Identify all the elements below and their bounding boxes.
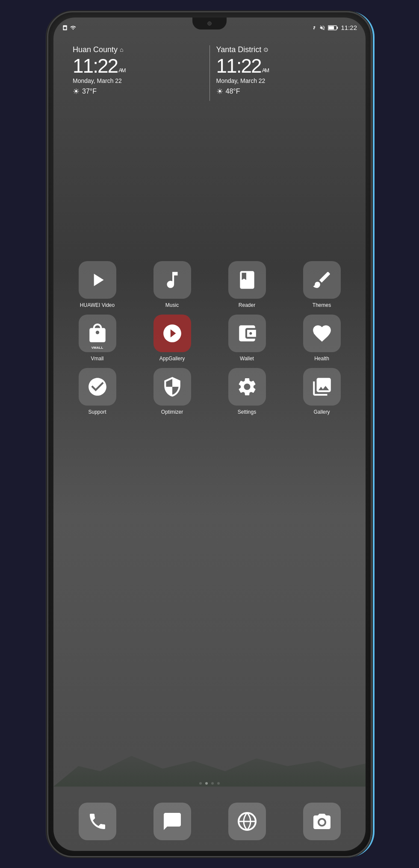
themes-icon [303,261,341,299]
wallet-label: Wallet [240,356,254,362]
dock-browser[interactable] [212,803,282,840]
weather-temp-left: ☀ 37°F [73,87,203,96]
mountain-bg [53,736,366,787]
weather-widget: Huan County ⌂ 11:22 AM Monday, March 22 … [66,41,353,101]
weather-date-left: Monday, March 22 [73,77,203,84]
app-appgallery[interactable]: AppGallery [137,315,207,362]
dock [62,803,357,840]
weather-right: Yanta District ⊙ 11:22 AM Monday, March … [210,41,353,100]
app-huawei-video[interactable]: HUAWEI Video [62,261,133,308]
support-label: Support [88,409,106,415]
vmall-icon: VMALL [79,315,116,352]
phone-screen: 11:22 Huan County ⌂ 11:22 AM Monday, Mar… [53,18,366,851]
battery-icon [328,25,338,30]
weather-time-left: 11:22 AM [73,56,203,76]
front-camera [207,21,212,26]
app-wallet[interactable]: Wallet [212,315,282,362]
camera-icon [303,803,341,840]
weather-ampm-left: AM [118,68,125,73]
home-icon: ⌂ [120,46,123,53]
reader-icon [228,261,266,299]
huawei-video-label: HUAWEI Video [80,302,115,308]
svg-rect-4 [329,26,334,29]
svg-rect-3 [337,26,338,29]
phone-icon [79,803,116,840]
sun-icon-right: ☀ [216,87,223,96]
dock-messages[interactable] [137,803,207,840]
appgallery-label: AppGallery [159,356,185,362]
sun-icon-left: ☀ [73,87,80,96]
weather-city-left: Huan County ⌂ [73,45,203,54]
reader-label: Reader [239,302,255,308]
app-settings[interactable]: Settings [212,368,282,415]
wallet-icon [228,315,266,352]
weather-city-right: Yanta District ⊙ [216,45,347,54]
volume-up-button[interactable] [47,149,48,175]
messages-icon [153,803,191,840]
dock-camera[interactable] [286,803,357,840]
notch [192,18,227,29]
location-icon: ⊙ [263,46,269,53]
wifi-icon [70,25,77,31]
app-reader[interactable]: Reader [212,261,282,308]
status-right: 11:22 [312,21,357,31]
weather-date-right: Monday, March 22 [216,77,347,84]
app-support[interactable]: Support [62,368,133,415]
weather-time-right: 11:22 AM [216,56,347,76]
settings-label: Settings [238,409,256,415]
optimizer-icon [153,368,191,406]
svg-marker-5 [94,274,103,286]
optimizer-label: Optimizer [161,409,183,415]
weather-left: Huan County ⌂ 11:22 AM Monday, March 22 … [66,41,210,100]
music-icon [153,261,191,299]
status-time: 11:22 [341,24,357,31]
browser-icon [228,803,266,840]
vmall-label: Vmall [91,356,103,362]
phone-frame: 11:22 Huan County ⌂ 11:22 AM Monday, Mar… [47,11,372,857]
app-music[interactable]: Music [137,261,207,308]
svg-rect-1 [64,26,66,29]
app-optimizer[interactable]: Optimizer [137,368,207,415]
app-health[interactable]: Health [286,315,357,362]
bluetooth-icon [312,25,317,31]
health-label: Health [314,356,329,362]
themes-label: Themes [313,302,331,308]
app-themes[interactable]: Themes [286,261,357,308]
support-icon [79,368,116,406]
gallery-icon [303,368,341,406]
weather-ampm-right: AM [262,68,269,73]
gallery-label: Gallery [313,409,330,415]
mute-icon [319,25,325,31]
huawei-video-icon [79,261,116,299]
weather-temp-right: ☀ 48°F [216,87,347,96]
music-label: Music [165,302,179,308]
app-gallery[interactable]: Gallery [286,368,357,415]
app-grid: HUAWEI Video Music Reader [62,261,357,415]
app-vmall[interactable]: VMALL Vmall [62,315,133,362]
appgallery-icon [153,315,191,352]
status-left [62,21,77,31]
dock-phone[interactable] [62,803,133,840]
sim-icon [62,25,68,31]
volume-down-button[interactable] [47,183,48,209]
settings-icon [228,368,266,406]
health-icon [303,315,341,352]
